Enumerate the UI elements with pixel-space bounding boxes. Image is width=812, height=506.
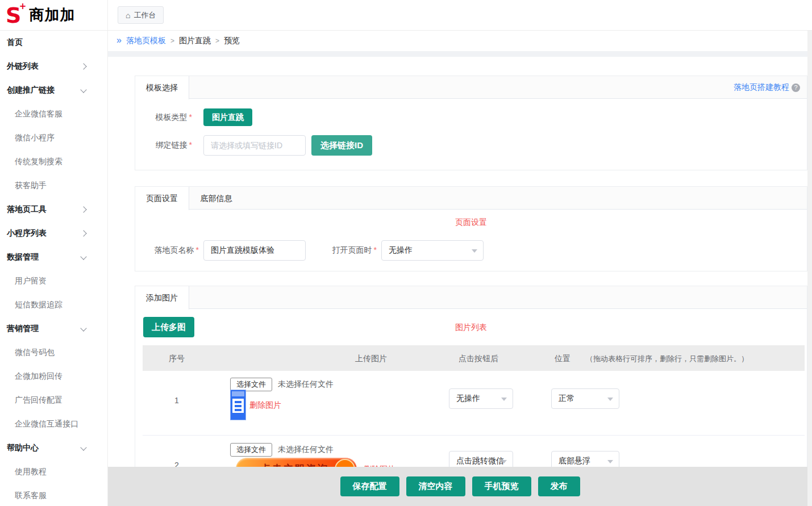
sidebar-item-wecom-service[interactable]: 企业微信客服 — [0, 102, 107, 126]
card-template-select: 模板选择 落地页搭建教程 ? 模板类型* 图片直跳 绑定链接* 选择链接ID — [135, 76, 807, 170]
row-index: 1 — [154, 396, 199, 405]
workspace-tab-label: 工作台 — [134, 10, 156, 20]
file-status-text: 未选择任何文件 — [278, 379, 334, 390]
sidebar-item-customer-assistant[interactable]: 获客助手 — [0, 174, 107, 198]
column-upload-image: 上传图片 — [355, 354, 387, 364]
select-value: 无操作 — [389, 245, 413, 256]
chevron-down-icon — [80, 444, 86, 450]
select-value: 正常 — [559, 394, 574, 404]
action-bar: 保存配置 清空内容 手机预览 发布 — [108, 467, 812, 506]
sidebar-item-wecom-fans-callback[interactable]: 企微加粉回传 — [0, 365, 107, 388]
link-id-input[interactable] — [203, 135, 306, 156]
sidebar-item-wecom-interop[interactable]: 企业微信互通接口 — [0, 412, 107, 436]
tab-add-images[interactable]: 添加图片 — [135, 286, 189, 310]
tab-template-select[interactable]: 模板选择 — [135, 76, 189, 99]
delete-image-link[interactable]: 删除图片 — [249, 400, 281, 411]
sidebar-item-wechat-number-pack[interactable]: 微信号码包 — [0, 341, 107, 365]
sidebar: S+ 商加加 首页外链列表创建推广链接企业微信客服微信小程序传统复制搜索获客助手… — [0, 0, 108, 506]
tab-label: 页面设置 — [146, 194, 178, 204]
breadcrumb-link-templates[interactable]: 落地页模板 — [126, 36, 166, 46]
home-icon: ⌂ — [126, 11, 130, 19]
workspace-tab[interactable]: ⌂ 工作台 — [118, 6, 164, 24]
required-mark: * — [196, 245, 199, 254]
chevron-down-icon — [472, 249, 477, 253]
breadcrumb-item-preview: 预览 — [224, 36, 240, 46]
chevron-down-icon — [501, 460, 507, 463]
template-type-label: 模板类型* — [135, 112, 192, 123]
app-logo: S+ 商加加 — [0, 0, 107, 31]
chevron-right-icon — [80, 63, 86, 69]
breadcrumb-item-image-jump: 图片直跳 — [179, 36, 211, 46]
sidebar-item-external-links[interactable]: 外链列表 — [0, 55, 107, 78]
save-config-button[interactable]: 保存配置 — [340, 476, 399, 496]
open-page-select[interactable]: 无操作 — [381, 240, 484, 261]
sidebar-item-ad-callback-config[interactable]: 广告回传配置 — [0, 388, 107, 412]
sidebar-item-create-promo-link[interactable]: 创建推广链接 — [0, 78, 107, 102]
tab-footer-info[interactable]: 底部信息 — [189, 187, 243, 210]
main-content: 模板选择 落地页搭建教程 ? 模板类型* 图片直跳 绑定链接* 选择链接ID 页… — [108, 57, 812, 506]
sidebar-item-label: 联系客服 — [15, 491, 47, 501]
chevron-down-icon — [607, 398, 613, 401]
sidebar-item-label: 使用教程 — [15, 467, 47, 477]
sidebar-item-label: 传统复制搜索 — [15, 157, 63, 167]
landing-name-input[interactable] — [203, 240, 306, 261]
sidebar-item-landing-tools[interactable]: 落地页工具 — [0, 198, 107, 221]
sidebar-item-sms-tracking[interactable]: 短信数据追踪 — [0, 293, 107, 317]
required-mark: * — [374, 245, 377, 254]
click-action-select[interactable]: 无操作 — [449, 388, 513, 409]
chevron-down-icon — [80, 86, 86, 93]
thumbnail-detail — [232, 391, 244, 396]
tab-page-settings[interactable]: 页面设置 — [135, 187, 189, 210]
sidebar-item-help-center[interactable]: 帮助中心 — [0, 436, 107, 460]
sidebar-item-label: 帮助中心 — [7, 443, 39, 453]
column-click-action: 点击按钮后 — [459, 354, 498, 364]
tutorial-link[interactable]: 落地页搭建教程 ? — [734, 76, 800, 99]
page-settings-section-title: 页面设置 — [135, 218, 807, 228]
add-images-tabbar: 添加图片 — [135, 286, 807, 309]
sidebar-item-contact-support[interactable]: 联系客服 — [0, 484, 107, 506]
sidebar-item-label: 用户留资 — [15, 276, 47, 286]
sidebar-item-label: 获客助手 — [15, 181, 47, 191]
open-page-label: 打开页面时* — [306, 245, 377, 256]
publish-button[interactable]: 发布 — [538, 476, 580, 496]
select-value: 底部悬浮 — [559, 456, 590, 466]
template-tabbar: 模板选择 落地页搭建教程 ? — [135, 76, 807, 99]
clear-content-button[interactable]: 清空内容 — [406, 476, 465, 496]
bind-link-label: 绑定链接* — [135, 140, 192, 150]
template-type-row: 模板类型* 图片直跳 — [135, 108, 807, 126]
select-link-id-button[interactable]: 选择链接ID — [311, 135, 372, 156]
sidebar-item-user-leads[interactable]: 用户留资 — [0, 269, 107, 293]
choose-file-button[interactable]: 选择文件 — [230, 443, 272, 457]
column-note: （拖动表格行可排序，删除行，只需删除图片。） — [586, 354, 748, 364]
sidebar-item-label: 微信小程序 — [15, 133, 55, 143]
help-icon: ? — [792, 83, 800, 92]
uploaded-image-thumbnail[interactable] — [230, 390, 246, 420]
tab-label: 模板选择 — [146, 83, 178, 93]
image-list-title: 图片列表 — [135, 323, 807, 333]
column-index: 序号 — [154, 354, 199, 364]
sidebar-item-label: 创建推广链接 — [7, 85, 55, 95]
sidebar-item-tutorial[interactable]: 使用教程 — [0, 460, 107, 484]
template-type-button[interactable]: 图片直跳 — [203, 108, 252, 126]
sidebar-item-label: 落地页工具 — [7, 204, 47, 215]
sidebar-item-wechat-miniprogram[interactable]: 微信小程序 — [0, 126, 107, 150]
table-row: 1 选择文件 未选择任何文件 删除图片 无操作 正常 — [143, 371, 805, 436]
scrollbar[interactable] — [807, 31, 812, 506]
sidebar-item-miniprogram-list[interactable]: 小程序列表 — [0, 221, 107, 245]
sidebar-item-data-management[interactable]: 数据管理 — [0, 245, 107, 269]
page-settings-tabbar: 页面设置 底部信息 — [135, 187, 807, 210]
page-settings-fields-row: 落地页名称* 打开页面时* 无操作 — [135, 240, 807, 261]
required-mark: * — [189, 140, 192, 149]
divider-band — [108, 51, 812, 57]
sidebar-item-home[interactable]: 首页 — [0, 31, 107, 55]
sidebar-item-label: 微信号码包 — [15, 348, 55, 358]
mobile-preview-button[interactable]: 手机预览 — [472, 476, 531, 496]
sidebar-item-label: 小程序列表 — [7, 228, 47, 239]
sidebar-item-label: 外链列表 — [7, 61, 39, 72]
sidebar-item-marketing[interactable]: 营销管理 — [0, 317, 107, 341]
sidebar-item-copy-search[interactable]: 传统复制搜索 — [0, 150, 107, 174]
position-select[interactable]: 正常 — [551, 388, 619, 409]
logo-plus-icon: + — [19, 2, 27, 11]
sidebar-item-label: 首页 — [7, 37, 23, 48]
topbar: ⌂ 工作台 — [108, 0, 812, 31]
